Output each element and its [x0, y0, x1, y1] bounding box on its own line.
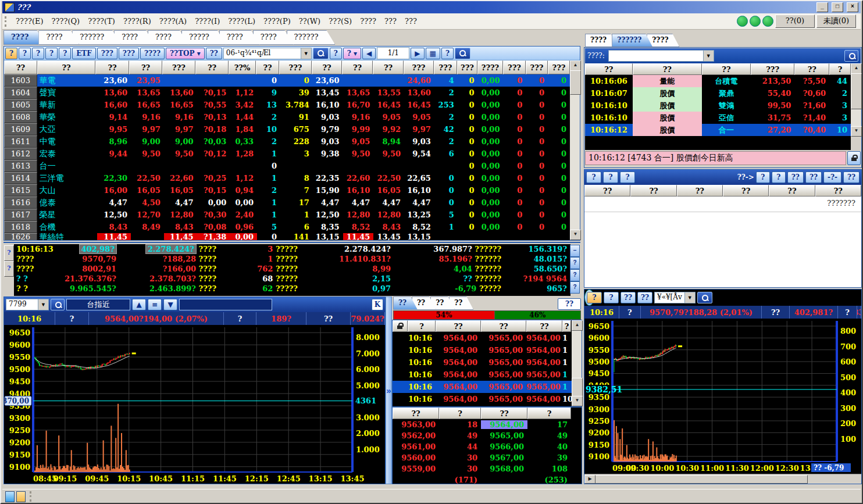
column-header[interactable]: ??	[677, 185, 723, 196]
symbol-combo[interactable]: 7799▼	[6, 299, 49, 310]
quote-row[interactable]: 1604聲寶13,6013,6513,60?0,151,1293913,4513…	[4, 87, 570, 99]
scroll-thumb[interactable]	[851, 73, 862, 109]
quote-toolbar-button[interactable]: ?	[45, 48, 58, 59]
column-header[interactable]: ?	[829, 63, 851, 75]
column-header[interactable]: ???	[162, 60, 195, 74]
column-header[interactable]: ???	[434, 60, 457, 74]
menu-item[interactable]: ???	[401, 15, 421, 27]
menu-item[interactable]: ????	[356, 15, 380, 27]
minimize-button[interactable]: _	[816, 2, 828, 12]
chart-search-button[interactable]	[51, 299, 65, 310]
alert-lock-button[interactable]	[847, 151, 861, 165]
column-header[interactable]: ????	[477, 60, 503, 74]
column-header[interactable]: ??	[633, 63, 702, 75]
alert-row[interactable]: 10:16:10股價亞信31,75?1,403	[585, 112, 851, 124]
panel-splitter[interactable]: »	[386, 296, 392, 484]
quote-toolbar-button[interactable]: ?	[19, 48, 31, 59]
quote-toolbar-button[interactable]: ETF	[72, 48, 96, 59]
column-header[interactable]: ??	[526, 320, 562, 332]
scroll-thumb[interactable]	[570, 70, 581, 95]
quote-row[interactable]: 1603華電23,6023,950023,6024,60400,00000	[4, 74, 570, 87]
unread-button[interactable]: 未讀(0)	[816, 15, 856, 28]
symbol-list-button[interactable]: ≡	[148, 299, 162, 310]
column-header[interactable]: ??	[630, 185, 676, 196]
quote-row[interactable]: 1611中電8,969,009,00?0,030,3322289,039,058…	[4, 135, 570, 148]
watch-action-button[interactable]: ??	[843, 171, 860, 183]
scroll-right-icon[interactable]: ▶	[584, 475, 595, 484]
quote-toolbar-button[interactable]: ?	[59, 48, 71, 59]
quote-row[interactable]: 1626華絲特11,4511,45?1,380,00014113,1511,45…	[4, 233, 570, 240]
trades-scrollbar[interactable]: ▲▼	[572, 320, 582, 406]
index-toolbar-button[interactable]: ?	[604, 292, 619, 303]
quote-row[interactable]: 1605華新16,6016,6516,65?0,553,42133.78416,…	[4, 99, 570, 111]
trade-row[interactable]: 10:169564,009565,009564,001	[393, 356, 582, 369]
hscroll-thumb[interactable]	[586, 475, 808, 484]
book-row[interactable]: 9562,00499565,0049	[393, 430, 582, 441]
search-button[interactable]	[313, 48, 329, 59]
trade-row[interactable]: 10:169564,009565,009564,001	[393, 344, 582, 356]
index-search-button[interactable]	[697, 292, 712, 303]
lock-header-cell[interactable]	[393, 320, 408, 332]
column-header[interactable]: ??	[95, 60, 129, 74]
panel-corner-button[interactable]: ??	[558, 298, 581, 310]
column-header[interactable]: ??	[702, 63, 751, 75]
quote-row[interactable]: 1612宏泰9,449,509,50?0,121,28139,389,509,5…	[4, 148, 570, 160]
column-header[interactable]: ???	[751, 63, 795, 75]
help-button[interactable]: ?	[330, 48, 342, 59]
info-button[interactable]: ?	[441, 48, 454, 59]
close-button[interactable]: ×	[847, 2, 858, 12]
chevron-down-icon[interactable]: ▼	[684, 292, 695, 303]
column-header[interactable]: ???	[404, 60, 434, 74]
column-header[interactable]: ??	[815, 185, 861, 196]
column-header[interactable]: ??	[769, 185, 815, 196]
maximize-button[interactable]: □	[832, 2, 843, 12]
trade-row[interactable]: 10:169564,009565,009565,001	[393, 381, 582, 393]
column-header[interactable]: ??	[312, 60, 342, 74]
watch-action-button[interactable]: -?-	[823, 171, 841, 183]
column-header[interactable]: ?	[439, 408, 481, 419]
trade-row[interactable]: 10:169564,009565,009564,001	[393, 332, 582, 344]
quote-toolbar-button[interactable]: ?	[32, 48, 44, 59]
alert-tab[interactable]: ??????	[612, 34, 652, 47]
watch-action-button[interactable]: ?	[772, 171, 786, 183]
index-intraday-chart[interactable]: 9650960095509500945094009350930092509200…	[584, 319, 861, 474]
scroll-down-icon[interactable]: ▼	[572, 396, 583, 406]
quote-row[interactable]: 1618合機8,438,498,43?0,080,96568,358,528,4…	[4, 221, 570, 233]
menu-item[interactable]: ????(L)	[224, 15, 259, 27]
scroll-down-icon[interactable]: ▼	[851, 126, 862, 137]
quote-toolbar-button[interactable]: ????	[140, 48, 165, 59]
alert-row[interactable]: 10:16:07股價聚鼎55,40?0,602	[585, 87, 851, 99]
summary-side-button[interactable]: –	[570, 245, 580, 257]
k-chart-button[interactable]: K	[372, 299, 383, 310]
index-chart-svg[interactable]: 9650960095509500945094009350930092509200…	[584, 319, 861, 473]
workspace-tab[interactable]: ??????	[72, 30, 121, 45]
column-header[interactable]: ?	[408, 320, 436, 332]
column-header[interactable]: ??	[436, 320, 481, 332]
index-combo[interactable]: ¥«¥[Åv▼	[654, 292, 696, 303]
column-header[interactable]: ??	[723, 185, 769, 196]
book-row[interactable]: 9563,00189564,0017	[393, 419, 582, 430]
column-header[interactable]: ??	[37, 60, 95, 74]
futures-chart-svg[interactable]: 9650960095509500945094009350930092509200…	[4, 325, 385, 484]
style-menu-button[interactable]: ? ▾	[343, 48, 361, 59]
column-header[interactable]: ??%	[229, 60, 256, 74]
menu-item[interactable]: ??(W)	[295, 15, 324, 27]
quote-row[interactable]: 1608華榮9,149,169,16?0,131,442919,039,169,…	[4, 111, 570, 123]
book-row[interactable]: 9560,00309567,0039	[393, 452, 582, 463]
alert-row[interactable]: 10:16:12股價合一27,20?0,4010	[585, 124, 851, 136]
prev-page-button[interactable]: ◀	[362, 48, 376, 59]
quote-toolbar-button[interactable]: ?	[5, 48, 17, 59]
index-toolbar-button[interactable]: ?	[587, 292, 602, 303]
menu-item[interactable]: ????(T)	[84, 15, 119, 27]
layout-button[interactable]: ▦	[426, 48, 440, 59]
column-header[interactable]: ???	[526, 60, 548, 74]
summary-side-tab[interactable]: ?	[4, 245, 14, 261]
summary-side-tab[interactable]: ?	[4, 261, 14, 277]
quote-row[interactable]: 1609大亞9,959,979,97?0,181,84106759,799,99…	[4, 123, 570, 135]
watch-toolbar-button[interactable]: ?	[620, 171, 635, 183]
quote-toolbar-button[interactable]: ??	[206, 48, 222, 59]
quote-row[interactable]: 1615大山16,0016,0516,05?0,150,942715,9016,…	[4, 184, 570, 196]
quote-toolbar-button[interactable]: ???	[119, 48, 139, 59]
column-header[interactable]: ???	[279, 60, 312, 74]
status-chip-blue[interactable]	[5, 491, 15, 502]
